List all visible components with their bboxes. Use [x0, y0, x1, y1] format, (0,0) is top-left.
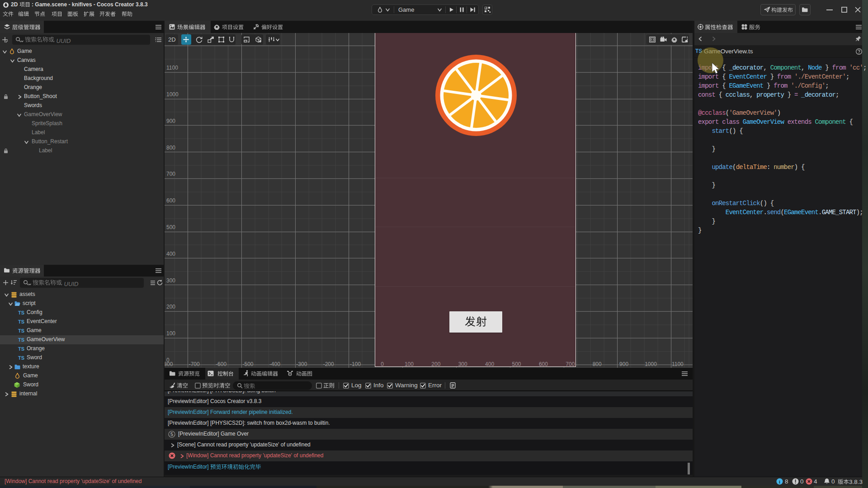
- svg-text:5: 5: [170, 432, 173, 437]
- svg-text:i: i: [779, 479, 780, 484]
